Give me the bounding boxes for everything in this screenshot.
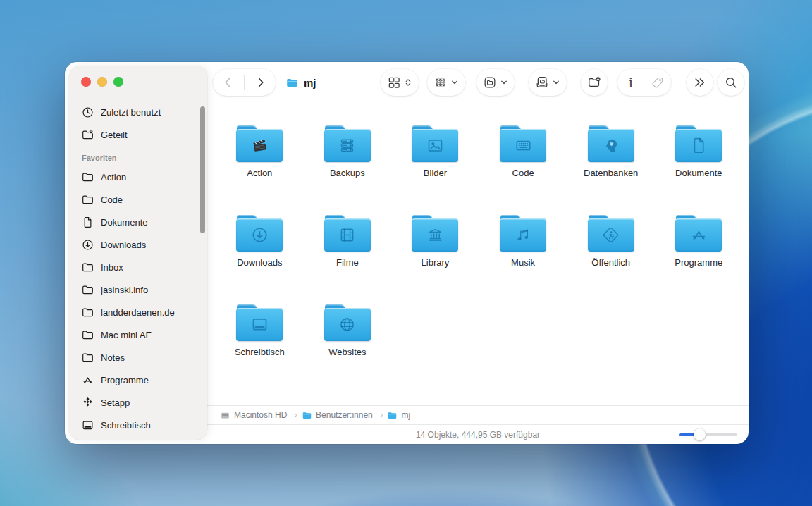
chevron-right-icon [253, 75, 267, 90]
more-toolbar-button[interactable] [687, 69, 713, 96]
chevron-down-icon [450, 78, 459, 87]
folder-icon [236, 304, 283, 341]
sidebar-item[interactable]: Inbox [69, 256, 207, 278]
chevron-down-icon [500, 78, 508, 87]
folder-item[interactable]: Programme [655, 211, 743, 300]
window-title: mj [285, 76, 316, 90]
folder-item[interactable]: Downloads [216, 211, 304, 300]
path-item[interactable]: mj › [387, 410, 410, 421]
folder-item[interactable]: Bilder [391, 121, 479, 211]
group-by-button[interactable] [427, 69, 465, 96]
path-item-label: Macintosh HD [234, 410, 287, 420]
folder-square-icon [483, 75, 497, 90]
folder-icon [588, 125, 634, 162]
folder-label: Filme [336, 257, 359, 268]
window-title-text: mj [304, 77, 316, 89]
sidebar-item[interactable]: Mac mini AE [69, 323, 207, 346]
get-info-button[interactable]: i [617, 69, 644, 96]
zoom-button[interactable] [113, 77, 123, 87]
content-area: mj i [207, 62, 749, 444]
folder-item[interactable]: Datenbanken [567, 121, 655, 211]
download-circle-icon [250, 226, 269, 245]
forward-button[interactable] [245, 69, 276, 96]
folder-label: Öffentlich [591, 257, 630, 268]
folder-item[interactable]: Öffentlich [567, 211, 655, 300]
sidebar-item[interactable]: Downloads [69, 233, 207, 256]
folder-icon [236, 125, 283, 162]
nav-buttons [213, 69, 276, 96]
sidebar-item[interactable]: Zuletzt benutzt [69, 101, 207, 123]
close-button[interactable] [81, 77, 91, 87]
head-gears-icon [601, 136, 620, 155]
folder-item[interactable]: Library [391, 211, 479, 300]
path-item[interactable]: Macintosh HD › [220, 410, 302, 421]
sidebar-item[interactable]: jasinski.info [69, 278, 207, 301]
view-options-button[interactable] [381, 69, 419, 96]
path-separator: › [290, 411, 302, 419]
folder-item[interactable]: Action [216, 121, 304, 211]
path-item-label: mj [401, 410, 410, 420]
info-tags-group: i [617, 69, 671, 96]
sidebar-item[interactable]: landderdaenen.de [69, 301, 207, 323]
folder-item[interactable]: Websites [304, 300, 392, 390]
folder-export-button[interactable] [529, 69, 567, 96]
search-button[interactable] [718, 69, 744, 96]
status-bar: 14 Objekte, 444,95 GB verfügbar [207, 424, 749, 444]
folder-icon [412, 125, 458, 162]
path-separator: › [376, 411, 388, 419]
sidebar-item[interactable]: Programme [69, 369, 207, 391]
sidebar-item-label: Zuletzt benutzt [101, 107, 161, 118]
download-circle-icon [81, 238, 94, 252]
folder-item[interactable]: Musik [479, 211, 567, 300]
chevron-down-icon [552, 78, 560, 87]
slider-thumb[interactable] [694, 428, 706, 440]
folder-icon [500, 215, 546, 252]
sidebar-item[interactable]: Code [69, 188, 207, 211]
sidebar-scrollbar[interactable] [200, 106, 205, 233]
back-button[interactable] [213, 69, 244, 96]
keyboard-icon [514, 136, 533, 155]
folder-icon [236, 215, 283, 252]
folder-item[interactable]: Schreibtisch [216, 300, 304, 390]
folder-small-icon [302, 410, 312, 421]
minimize-button[interactable] [97, 77, 107, 87]
sidebar-item[interactable]: Setapp [69, 391, 207, 414]
group-rows-icon [433, 75, 448, 90]
folder-item[interactable]: Code [479, 121, 567, 211]
clock-icon [81, 106, 94, 119]
sidebar-item[interactable]: Schreibtisch [69, 414, 207, 436]
finder-window: Zuletzt benutzt Geteilt Favoriten Action… [65, 62, 749, 444]
folder-label: Websites [328, 347, 366, 357]
folder-icon [81, 171, 94, 184]
shared-folder-icon [81, 128, 94, 142]
film-icon [338, 226, 357, 245]
sidebar-item[interactable]: Geteilt [69, 123, 207, 146]
folder-label: Downloads [237, 257, 282, 268]
folder-icon [81, 351, 94, 364]
folder-icon [675, 125, 722, 162]
folder-icon [81, 193, 94, 206]
toolbar: mj i [211, 67, 744, 98]
sidebar-item[interactable]: Dokumente [69, 211, 207, 233]
folder-icon [81, 306, 94, 319]
sidebar-item-label: landderdaenen.de [101, 307, 175, 318]
folder-icon [81, 261, 94, 274]
sidebar-item-label: Geteilt [101, 130, 128, 140]
sidebar-item-label: Dokumente [101, 217, 147, 228]
new-folder-button[interactable] [581, 69, 608, 96]
sidebar-item[interactable]: Notes [69, 346, 207, 369]
folder-item[interactable]: Backups [304, 121, 392, 211]
sidebar-section-header: Favoriten [69, 146, 207, 166]
folder-label: Backups [330, 168, 365, 178]
music-notes-icon [514, 226, 533, 245]
folder-action-button[interactable] [476, 69, 515, 96]
server-icon [338, 136, 357, 155]
icon-zoom-slider[interactable] [679, 433, 737, 436]
folder-item[interactable]: Dokumente [655, 121, 743, 211]
folder-icon [81, 283, 94, 297]
path-item[interactable]: Benutzer:innen › [302, 410, 387, 421]
tags-button[interactable] [644, 69, 671, 96]
folder-small-icon [387, 410, 398, 421]
folder-item[interactable]: Filme [304, 211, 392, 300]
sidebar-item[interactable]: Action [69, 166, 207, 188]
